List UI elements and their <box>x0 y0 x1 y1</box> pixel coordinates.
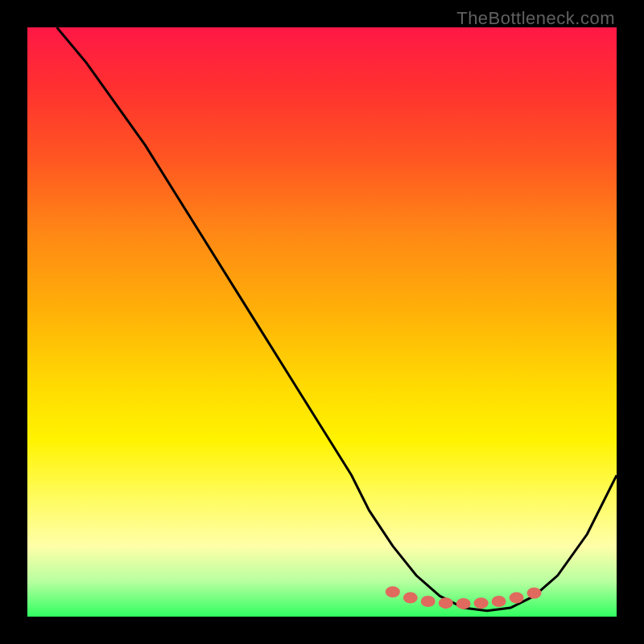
marker-dot <box>386 586 400 597</box>
plot-area <box>27 27 617 617</box>
marker-dot <box>421 596 436 607</box>
marker-dot <box>474 597 489 609</box>
marker-dot <box>492 596 506 607</box>
marker-dot <box>456 598 471 609</box>
marker-dot <box>403 592 418 604</box>
chart-svg <box>27 27 617 617</box>
marker-dot <box>527 588 542 599</box>
marker-group <box>386 586 542 609</box>
chart-frame: TheBottleneck.com <box>0 0 644 644</box>
bottleneck-curve <box>57 27 617 611</box>
marker-dot <box>510 592 524 604</box>
watermark-text: TheBottleneck.com <box>456 8 615 29</box>
marker-dot <box>439 597 453 609</box>
